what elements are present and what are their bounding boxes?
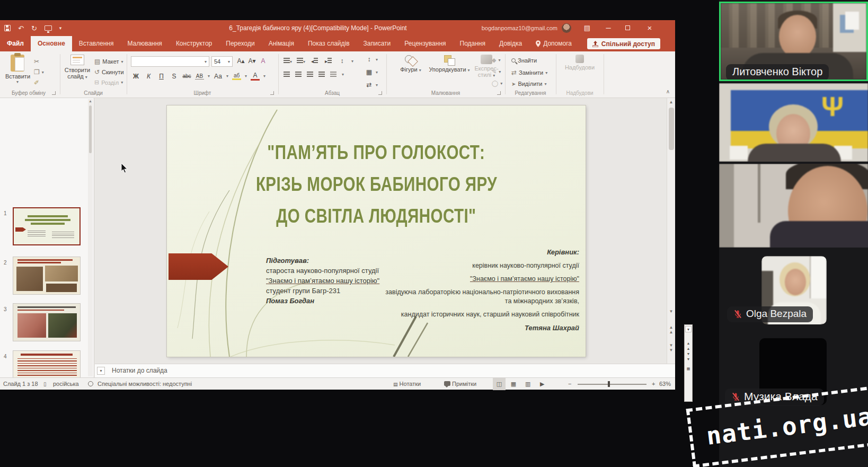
shape-effects-icon[interactable]: ◯	[492, 80, 498, 87]
tab-slideshow[interactable]: Показ слайдів	[301, 36, 357, 51]
view-slide-sorter-icon[interactable]: ▦	[507, 378, 520, 390]
character-spacing-button[interactable]: АВ	[195, 73, 204, 80]
display-settings-icon[interactable]: ▯	[43, 378, 47, 390]
notes-toggle[interactable]: ▤ Нотатки	[393, 378, 421, 390]
zoom-slider[interactable]	[578, 384, 646, 385]
layout-button[interactable]: ▤Макет▾	[94, 58, 123, 65]
zoom-level[interactable]: 63%	[659, 378, 671, 390]
next-slide-icon[interactable]: ▼▼	[667, 343, 675, 353]
bold-button[interactable]: Ж	[131, 73, 140, 80]
shapes-button[interactable]: Фігури ▾	[396, 55, 425, 73]
tab-insert[interactable]: Вставлення	[72, 36, 121, 51]
select-button[interactable]: ➤Виділити▾	[511, 81, 547, 87]
cut-icon[interactable]: ✂	[34, 58, 39, 65]
background-app-scrollbar[interactable]: ▼ ▲▲ ▼▼ ▦	[684, 324, 693, 402]
account-email[interactable]: bogdanpomaz10@gmail.com	[482, 20, 557, 36]
slide-indicator[interactable]: Слайд 1 з 18	[3, 378, 38, 390]
text-shadow-button[interactable]: S	[170, 73, 179, 80]
slide-thumbnail-panel[interactable]: 1 2 3	[0, 98, 94, 377]
accessibility-status[interactable]: Спеціальні можливості: недоступні	[98, 378, 192, 390]
thumbnail-scrollbar[interactable]	[88, 99, 93, 376]
justify-icon[interactable]	[318, 72, 325, 77]
tab-record[interactable]: Записати	[357, 36, 398, 51]
smartart-convert-icon[interactable]: ⇄▾	[365, 81, 378, 89]
participant-video-tetiana[interactable]: Ψ TETIANA SHAKHRAI	[719, 83, 868, 162]
align-center-icon[interactable]	[295, 72, 302, 77]
highlight-color-button[interactable]: аб	[232, 73, 241, 80]
font-size-combo[interactable]: 54▾	[211, 56, 233, 67]
previous-slide-icon[interactable]: ▲▲	[667, 325, 675, 334]
line-spacing-icon[interactable]: ↕	[338, 57, 347, 65]
copy-icon[interactable]: ❐	[34, 68, 40, 76]
zoom-in-button[interactable]: +	[652, 378, 655, 390]
start-slideshow-icon[interactable]	[45, 25, 52, 31]
slide-thumbnail-2[interactable]	[13, 257, 81, 295]
tab-view[interactable]: Подання	[453, 36, 492, 51]
font-name-combo[interactable]: ▾	[131, 56, 209, 67]
align-left-icon[interactable]	[284, 72, 290, 77]
change-case-button[interactable]: Аа	[214, 73, 223, 80]
clipboard-dialog-launcher[interactable]	[52, 91, 56, 95]
view-slideshow-icon[interactable]: ▶	[536, 378, 548, 390]
shape-outline-icon[interactable]: ✎	[492, 68, 497, 75]
restore-button[interactable]	[618, 20, 637, 36]
share-button[interactable]: Спільний доступ	[587, 38, 660, 49]
arrange-button[interactable]: Упорядкувати ▾	[427, 55, 472, 73]
slide-thumbnail-4[interactable]	[13, 350, 81, 377]
collapse-ribbon-icon[interactable]: ∧	[666, 89, 670, 94]
notes-pane[interactable]: ▾ Нотатки до слайда	[95, 364, 675, 377]
close-button[interactable]: ×	[640, 20, 659, 36]
strikethrough-button[interactable]: abc	[182, 73, 191, 79]
bullets-icon[interactable]: ▾	[284, 58, 292, 64]
tab-draw[interactable]: Малювання	[120, 36, 169, 51]
redo-icon[interactable]: ↻	[31, 24, 37, 32]
italic-button[interactable]: К	[144, 73, 153, 80]
numbering-icon[interactable]: ▾	[297, 58, 305, 64]
save-icon[interactable]	[4, 25, 11, 31]
underline-button[interactable]: П	[157, 73, 166, 80]
view-normal-icon[interactable]: ◫	[493, 378, 506, 390]
font-dialog-launcher[interactable]	[270, 91, 274, 95]
comments-toggle[interactable]: Примітки	[444, 378, 476, 390]
addins-button[interactable]: Надбудови	[561, 55, 599, 71]
columns-icon[interactable]	[330, 72, 336, 77]
slide-canvas[interactable]: "ПАМ’ЯТЬ ПРО ГОЛОКОСТ: КРІЗЬ МОРОК БАБИН…	[167, 105, 586, 357]
align-text-icon[interactable]: ▦▾	[365, 68, 378, 76]
tab-animations[interactable]: Анімація	[262, 36, 301, 51]
paste-button[interactable]: Вставити ▾	[5, 55, 30, 84]
scroll-up-icon[interactable]: ▲	[667, 100, 675, 104]
decrease-indent-icon[interactable]: ◂	[310, 58, 319, 64]
participant-video-bohdan[interactable]: Богдан Помаз	[719, 164, 868, 248]
section-button[interactable]: ⊟Розділ▾	[94, 79, 123, 86]
shape-fill-icon[interactable]: ◆	[492, 57, 496, 64]
zoom-slider-thumb[interactable]	[608, 381, 610, 387]
tab-file[interactable]: Файл	[0, 36, 31, 51]
grow-font-icon[interactable]: А▴	[236, 57, 245, 65]
ribbon-display-options-icon[interactable]: ▤	[578, 20, 597, 36]
tab-help[interactable]: Довідка	[492, 36, 529, 51]
reset-button[interactable]: ↺Скинути	[94, 68, 124, 76]
participant-video-lytovchenko[interactable]: Литовченко Віктор	[719, 2, 868, 81]
account-avatar[interactable]	[562, 23, 571, 33]
font-color-button[interactable]: А	[251, 72, 260, 81]
format-painter-icon[interactable]: ✐	[34, 79, 39, 86]
notes-collapse-icon[interactable]: ▾	[97, 367, 105, 375]
undo-icon[interactable]: ↶	[18, 24, 24, 32]
tab-home[interactable]: Основне	[31, 36, 72, 51]
find-button[interactable]: Знайти	[511, 57, 537, 64]
slide-thumbnail-3[interactable]	[13, 303, 81, 341]
customize-qat-icon[interactable]: ▾	[59, 25, 62, 31]
paragraph-dialog-launcher[interactable]	[378, 91, 382, 95]
scroll-thumb[interactable]	[669, 108, 674, 150]
scroll-down-icon[interactable]: ▼	[667, 309, 675, 314]
shrink-font-icon[interactable]: А▾	[247, 57, 256, 65]
text-direction-icon[interactable]: ↕▾	[365, 56, 378, 63]
minimize-button[interactable]: ─	[599, 20, 618, 36]
slide-scrollbar[interactable]: ▲ ▼ ▲▲ ▼▼	[667, 98, 675, 377]
tab-design[interactable]: Конструктор	[169, 36, 219, 51]
tab-review[interactable]: Рецензування	[397, 36, 453, 51]
clear-formatting-icon[interactable]: А	[259, 57, 268, 65]
align-right-icon[interactable]	[307, 72, 313, 77]
drawing-dialog-launcher[interactable]	[497, 91, 501, 95]
tab-tellme[interactable]: Допомога	[529, 36, 579, 51]
